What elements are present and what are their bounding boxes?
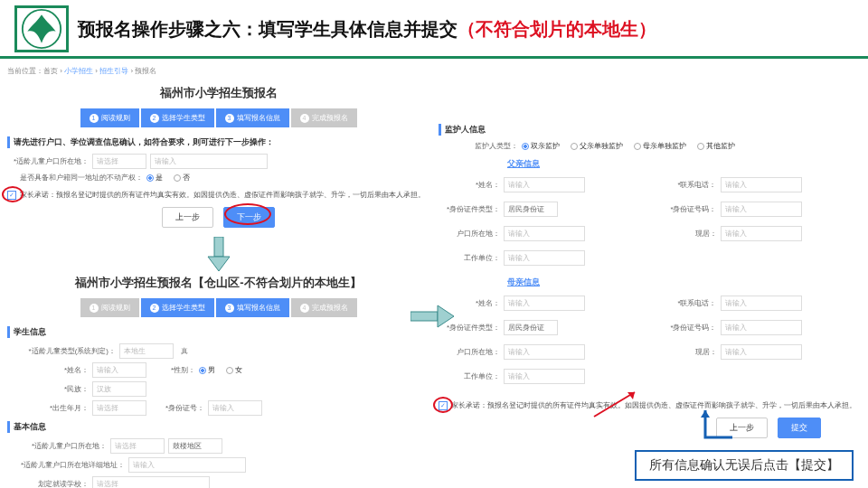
confirm-section-head: 请先进行户口、学位调查信息确认，如符合要求，则可进行下一步操作：	[7, 136, 429, 148]
callout-box: 所有信息确认无误后点击【提交】	[635, 450, 854, 481]
sex-label: *性别：	[150, 365, 195, 375]
highlight-circle-1	[2, 186, 24, 202]
guardian-section: 监护人信息	[439, 124, 861, 136]
hukou-select[interactable]: 请选择	[92, 154, 146, 169]
type-zhen: 真	[181, 346, 188, 356]
m-hk-lbl: 户口所在地：	[439, 347, 500, 357]
f-work-lbl: 工作单位：	[439, 253, 500, 263]
f-tel-lbl: *联系电话：	[656, 180, 717, 190]
hk2-area: 鼓楼地区	[168, 438, 222, 454]
name-input[interactable]: 请输入	[92, 362, 146, 378]
highlight-circle-2	[433, 397, 453, 413]
gtype-label: 监护人类型：	[457, 141, 518, 151]
svg-rect-3	[410, 312, 438, 321]
hk2-label: *适龄儿童户口所在地：	[7, 441, 107, 451]
mother-subhead: 母亲信息	[507, 277, 861, 288]
f-idtype-sel[interactable]: 居民身份证	[504, 202, 558, 217]
m-tel-lbl: *联系电话：	[656, 298, 717, 308]
school-input[interactable]: 请选择	[92, 476, 210, 488]
radio-g1[interactable]: 双亲监护	[522, 141, 560, 151]
breadcrumb: 当前位置：首页 › 小学招生 › 招生引导 › 预报名	[7, 64, 429, 81]
m-hk-input[interactable]: 请输入	[504, 344, 585, 360]
panel1-title: 福州市小学招生预报名	[7, 85, 429, 101]
progress-steps-2: 1阅读规则 2选择学生类型 3填写报名信息 4完成预报名	[7, 298, 429, 317]
f-hk-input[interactable]: 请输入	[504, 226, 585, 241]
birth-input[interactable]: 请选择	[92, 400, 146, 416]
page-title: 预报名操作步骤之六：填写学生具体信息并提交（不符合划片的本地生）	[78, 17, 656, 42]
svg-line-5	[594, 392, 635, 417]
arrow-down-icon	[206, 237, 231, 271]
f-idnum-lbl: *身份证号码：	[656, 204, 717, 214]
svg-rect-1	[214, 237, 223, 257]
father-subhead: 父亲信息	[507, 158, 861, 170]
f-addr-lbl: 现居：	[656, 229, 717, 239]
arrow-right-icon	[410, 304, 454, 331]
svg-marker-7	[701, 410, 710, 418]
f-tel-input[interactable]: 请输入	[721, 177, 802, 192]
submit-button[interactable]: 提交	[778, 418, 821, 438]
radio-male[interactable]: 男	[199, 365, 215, 375]
callout-arrow-icon	[590, 385, 644, 423]
multi-label: 是否具备和户籍同一地址的不动产权：	[7, 173, 143, 183]
progress-steps: 1阅读规则 2选择学生类型 3填写报名信息 4完成预报名	[7, 108, 429, 127]
m-work-input[interactable]: 请输入	[504, 369, 585, 384]
m-idnum-input[interactable]: 请输入	[721, 320, 802, 335]
m-addr-lbl: 现居：	[656, 347, 717, 357]
radio-yes[interactable]: 是	[146, 173, 163, 183]
m-addr-input[interactable]: 请输入	[721, 344, 802, 360]
svg-marker-2	[208, 257, 230, 271]
f-hk-lbl: 户口所在地：	[439, 229, 500, 239]
confirm-text-2: 家长承诺：预报名登记时提供的所有证件均真实有效。如因提供伪造、虚假证件而影响孩子…	[451, 400, 856, 410]
idno-input[interactable]: 请输入	[208, 400, 262, 416]
radio-g3[interactable]: 母亲单独监护	[634, 141, 686, 151]
f-name-lbl: *姓名：	[439, 180, 500, 190]
type-label: *适龄儿童类型(系统判定)：	[7, 346, 116, 356]
m-idnum-lbl: *身份证号码：	[656, 323, 717, 333]
school-label: 划定就读学校：	[7, 479, 89, 488]
f-idtype-lbl: *身份证件类型：	[439, 204, 500, 214]
basic-section: 基本信息	[7, 421, 429, 433]
radio-no[interactable]: 否	[174, 173, 190, 183]
name-label: *姓名：	[7, 365, 89, 375]
idno-label: *身份证号：	[150, 403, 204, 413]
student-section: 学生信息	[7, 326, 429, 338]
hkdet-label: *适龄儿童户口所在地详细地址：	[7, 460, 125, 470]
highlight-circle-next	[224, 203, 271, 225]
m-idtype-sel[interactable]: 居民身份证	[504, 320, 558, 335]
nation-select[interactable]: 汉族	[92, 381, 146, 397]
svg-marker-4	[438, 305, 454, 327]
birth-label: *出生年月：	[7, 403, 89, 413]
hk2-select[interactable]: 请选择	[110, 438, 165, 454]
prev-button[interactable]: 上一步	[162, 207, 213, 228]
hukou-input[interactable]: 请输入	[150, 154, 268, 169]
radio-g4[interactable]: 其他监护	[697, 141, 735, 151]
radio-female[interactable]: 女	[226, 365, 242, 375]
f-addr-input[interactable]: 请输入	[721, 226, 802, 241]
confirm-text: 家长承诺：预报名登记时提供的所有证件均真实有效。如因提供伪造、虚假证件而影响孩子…	[20, 190, 425, 200]
panel2-title: 福州市小学招生预报名【仓山区-不符合划片的本地生】	[7, 275, 429, 291]
radio-g2[interactable]: 父亲单独监护	[571, 141, 623, 151]
m-name-input[interactable]: 请输入	[504, 296, 585, 311]
callout-connector	[669, 410, 741, 454]
school-logo	[14, 5, 69, 52]
nation-label: *民族：	[7, 384, 89, 394]
m-work-lbl: 工作单位：	[439, 371, 500, 381]
f-name-input[interactable]: 请输入	[504, 177, 585, 192]
type-value: 本地生	[119, 343, 174, 359]
hukou-label: *适龄儿童户口所在地：	[7, 156, 89, 166]
f-idnum-input[interactable]: 请输入	[721, 202, 802, 217]
hkdet-input[interactable]: 请输入	[128, 457, 246, 473]
m-tel-input[interactable]: 请输入	[721, 296, 802, 311]
f-work-input[interactable]: 请输入	[504, 250, 585, 266]
